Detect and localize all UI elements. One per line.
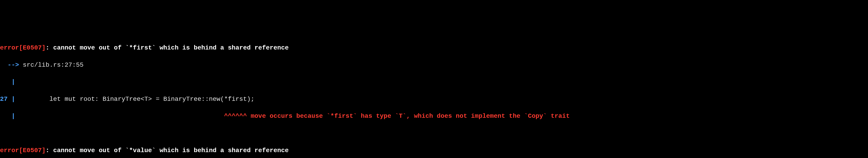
gutter-pipe: | <box>11 96 15 103</box>
underline-explanation: move occurs because `*first` has type `T… <box>247 113 569 120</box>
file-location: src/lib.rs:27:55 <box>23 62 84 68</box>
terminal-output: error[E0507]: cannot move out of `*first… <box>0 35 868 158</box>
error-code: error[E0507] <box>0 147 46 154</box>
gutter-line: | <box>0 78 868 86</box>
underline-pad <box>15 113 224 120</box>
error-header: error[E0507]: cannot move out of `*first… <box>0 43 868 52</box>
gutter-pipe: | <box>0 78 15 86</box>
error-code: error[E0507] <box>0 44 46 51</box>
code-indent <box>15 96 49 103</box>
arrow-indicator: --> <box>0 62 23 68</box>
gutter-pipe: | <box>0 113 15 120</box>
error-header: error[E0507]: cannot move out of `*value… <box>0 146 868 155</box>
error-location-line: --> src/lib.rs:27:55 <box>0 61 868 69</box>
caret-underline: ^^^^^^ <box>224 113 247 120</box>
error-message: : cannot move out of `*value` which is b… <box>46 147 289 154</box>
error-message: : cannot move out of `*first` which is b… <box>46 44 289 51</box>
blank-line <box>0 129 868 138</box>
code-line: 27 | let mut root: BinaryTree<T> = Binar… <box>0 95 868 103</box>
line-number: 27 <box>0 96 11 103</box>
underline-line: | ^^^^^^ move occurs because `*first` ha… <box>0 112 868 121</box>
source-code: let mut root: BinaryTree<T> = BinaryTree… <box>49 96 254 103</box>
